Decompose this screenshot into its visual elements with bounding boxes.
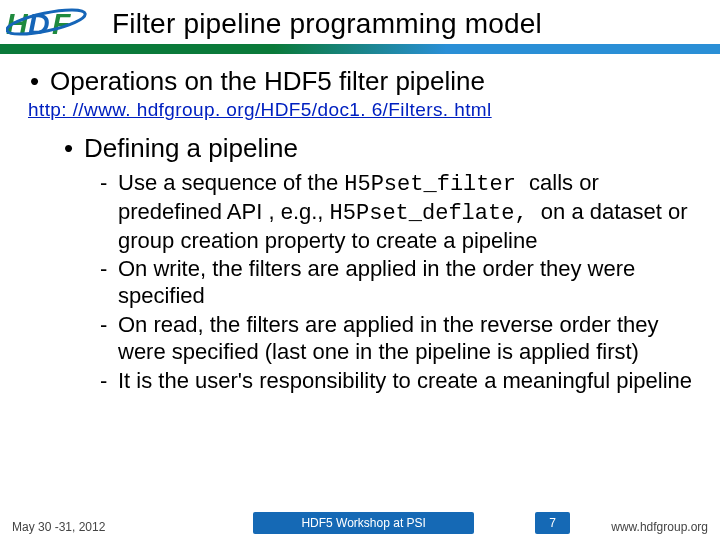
slide-title: Filter pipeline programming model [112,8,542,40]
footer-event: HDF5 Workshop at PSI [253,512,474,534]
hdf-logo: H D F [6,4,98,44]
slide-header: H D F Filter pipeline programming model [0,0,720,44]
bullet-level3: On write, the filters are applied in the… [26,256,694,310]
bullet-level3: Use a sequence of the H5Pset_filter call… [26,170,694,254]
slide-body: Operations on the HDF5 filter pipeline h… [0,54,720,395]
bullet-level2: Defining a pipeline [26,133,694,164]
footer-page: 7 [535,512,570,534]
footer-url: www.hdfgroup.org [588,520,708,534]
doc-link[interactable]: http: //www. hdfgroup. org/HDF5/doc1. 6/… [28,99,694,121]
bullet-level1: Operations on the HDF5 filter pipeline [26,66,694,97]
header-divider [0,44,720,54]
bullet-level3: On read, the filters are applied in the … [26,312,694,366]
bullet-level3: It is the user's responsibility to creat… [26,368,694,395]
footer-date: May 30 -31, 2012 [12,520,192,534]
slide-footer: May 30 -31, 2012 HDF5 Workshop at PSI 7 … [0,512,720,534]
